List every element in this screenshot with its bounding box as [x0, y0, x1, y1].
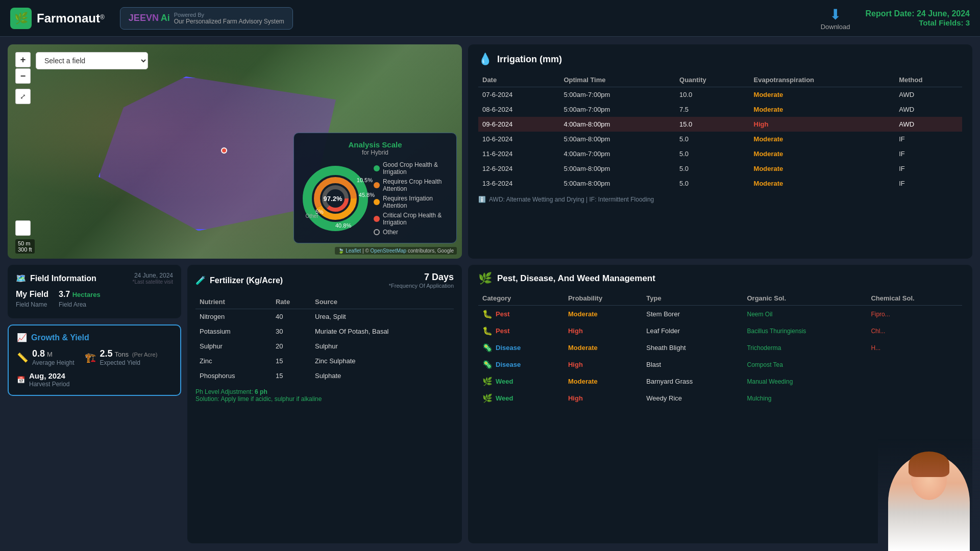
- fert-source: Muriate Of Potash, Basal: [311, 324, 454, 339]
- pest-chemical: Chl...: [867, 322, 962, 339]
- fertilizer-header: 🧪 Fertilizer (Kg/Acre) 7 Days *Frequency…: [195, 272, 454, 289]
- field-name-value: My Field: [16, 290, 48, 299]
- fert-rate: 15: [272, 368, 311, 383]
- field-select-dropdown[interactable]: Select a field: [36, 52, 148, 69]
- leaflet-link[interactable]: 🍃 Leaflet: [338, 248, 361, 254]
- report-date-value: 24 June, 2024: [917, 9, 970, 18]
- report-date-label: Report Date:: [865, 9, 914, 18]
- download-label: Download: [821, 23, 850, 31]
- zoom-out-button[interactable]: −: [15, 68, 31, 84]
- irr-qty: 7.5: [675, 102, 750, 117]
- download-button[interactable]: ⬇ Download: [821, 6, 850, 31]
- yield-unit: Tons: [114, 350, 128, 358]
- irr-time: 5:00am-8:00pm: [559, 176, 675, 191]
- area-number: 3.7: [59, 290, 70, 298]
- irrigation-row-0: 07-6-2024 5:00am-7:00pm 10.0 Moderate AW…: [478, 87, 962, 103]
- fertilizer-row-4: Phosphorus 15 Sulphate: [195, 368, 454, 383]
- field-name-label: Field Name: [16, 301, 48, 308]
- growth-icon: 📈: [17, 333, 27, 342]
- zoom-in-button[interactable]: +: [15, 52, 31, 67]
- ph-value: 6 ph: [255, 388, 267, 395]
- irr-method: IF: [895, 176, 962, 191]
- fert-nutrient: Potassium: [195, 324, 272, 339]
- fert-rate: 40: [272, 309, 311, 324]
- field-date-sub: *Last satellite visit: [133, 279, 173, 285]
- pest-organic: Bacillus Thuringiensis: [743, 322, 867, 339]
- legend-item-other: Other: [374, 229, 448, 236]
- legend-circle-other: [374, 229, 380, 235]
- fert-source: Urea, Split: [311, 309, 454, 324]
- fertilizer-table-header: Nutrient Rate Source: [195, 295, 454, 309]
- legend-item-critical: Critical Crop Health & Irrigation: [374, 212, 448, 226]
- growth-yield-panel: 📈 Growth & Yield 📏 0.8 M Average Height: [8, 324, 181, 396]
- header-right: ⬇ Download Report Date: 24 June, 2024 To…: [821, 6, 970, 31]
- frequency-badge: 7 Days *Frequency Of Application: [389, 272, 454, 289]
- irr-date: 07-6-2024: [478, 87, 559, 103]
- pest-probability: Moderate: [564, 339, 642, 356]
- map-scale-feet: 300 ft: [18, 246, 32, 253]
- irrigation-row-5: 12-6-2024 5:00am-8:00pm 5.0 Moderate IF: [478, 161, 962, 176]
- map-scale-meters: 50 m: [18, 240, 32, 246]
- irr-method: IF: [895, 161, 962, 176]
- pest-organic: Trichoderma: [743, 339, 867, 356]
- col-category: Category: [478, 291, 564, 306]
- fertilizer-title: 🧪 Fertilizer (Kg/Acre): [195, 276, 283, 285]
- farmonaut-logo-icon: 🌿: [10, 8, 32, 29]
- irrigation-note-text: AWD: Alternate Wetting and Drying | IF: …: [489, 196, 654, 203]
- legend-label-critical: Critical Crop Health & Irrigation: [383, 212, 448, 226]
- logo-text-group: Farmonaut®: [37, 11, 105, 26]
- harvest-label: Harvest Period: [29, 381, 69, 388]
- fert-rate: 20: [272, 339, 311, 354]
- irrigation-row-1: 08-6-2024 5:00am-7:00pm 7.5 Moderate AWD: [478, 102, 962, 117]
- fert-rate: 15: [272, 354, 311, 368]
- legend-item-good: Good Crop Health & Irrigation: [374, 161, 448, 176]
- solution-label: Solution:: [195, 395, 219, 403]
- map-layers-button[interactable]: ▦: [15, 220, 31, 236]
- irrigation-row-4: 11-6-2024 4:00am-7:00pm 5.0 Moderate IF: [478, 146, 962, 161]
- logo-text: Farmonaut: [37, 11, 100, 25]
- irr-time: 5:00am-8:00pm: [559, 161, 675, 176]
- growth-title: 📈 Growth & Yield: [17, 333, 172, 342]
- irr-method: IF: [895, 132, 962, 146]
- map-attribution: 🍃 Leaflet | © OpenStreetMap contributors…: [335, 247, 457, 255]
- irrigation-row-2: 09-6-2024 4:00am-8:00pm 15.0 High AWD: [478, 117, 962, 132]
- fullscreen-button[interactable]: ⤢: [15, 89, 31, 104]
- fert-source: Sulphate: [311, 368, 454, 383]
- yield-value-row: 2.5 Tons (Per Acre): [100, 348, 158, 359]
- irrigation-table-body: 07-6-2024 5:00am-7:00pm 10.0 Moderate AW…: [478, 87, 962, 191]
- pest-panel: 🌿 Pest, Disease, And Weed Management Cat…: [468, 265, 972, 543]
- irr-method: IF: [895, 146, 962, 161]
- pest-row-3: 🦠Disease High Blast Compost Tea: [478, 356, 962, 373]
- total-fields: Total Fields: 3: [865, 18, 970, 27]
- header: 🌿 Farmonaut® JEEVN Ai Powered By Our Per…: [0, 0, 980, 37]
- irr-date: 13-6-2024: [478, 176, 559, 191]
- irrigation-row-6: 13-6-2024 5:00am-8:00pm 5.0 Moderate IF: [478, 176, 962, 191]
- field-area-label: Field Area: [59, 301, 101, 308]
- fert-source: Zinc Sulphate: [311, 354, 454, 368]
- fertilizer-row-3: Zinc 15 Zinc Sulphate: [195, 354, 454, 368]
- yield-stat: 🏗️ 2.5 Tons (Per Acre) Expected Yield: [85, 348, 158, 366]
- legend-dot-crop-health: [374, 182, 380, 188]
- osm-link[interactable]: OpenStreetMap: [371, 248, 407, 254]
- yield-values: 2.5 Tons (Per Acre) Expected Yield: [100, 348, 158, 366]
- pest-probability: High: [564, 322, 642, 339]
- freq-days: 7 Days: [389, 272, 454, 283]
- pest-chemical: [867, 356, 962, 373]
- irrigation-title-text: Irrigation (mm): [497, 54, 562, 65]
- pest-organic: Manual Weeding: [743, 373, 867, 390]
- pest-organic: Mulching: [743, 390, 867, 407]
- fert-nutrient: Phosphorus: [195, 368, 272, 383]
- irr-time: 5:00am-8:00pm: [559, 132, 675, 146]
- attribution-separator: | ©: [362, 248, 371, 254]
- fert-nutrient: Nitrogen: [195, 309, 272, 324]
- pest-organic: Compost Tea: [743, 356, 867, 373]
- legend-item-irrigation: Requires Irrigation Attention: [374, 195, 448, 209]
- bottom-left: 🗺️ Field Information 24 June, 2024 *Last…: [8, 265, 462, 543]
- fertilizer-row-2: Sulphur 20 Sulphur: [195, 339, 454, 354]
- field-date-group: 24 June, 2024 *Last satellite visit: [133, 272, 173, 285]
- irr-method: AWD: [895, 102, 962, 117]
- donut-label-40: 40.8%: [335, 222, 351, 229]
- irr-et: Moderate: [750, 87, 895, 103]
- irrigation-panel: 💧 Irrigation (mm) Date Optimal Time Quan…: [468, 44, 972, 259]
- fertilizer-row-0: Nitrogen 40 Urea, Split: [195, 309, 454, 324]
